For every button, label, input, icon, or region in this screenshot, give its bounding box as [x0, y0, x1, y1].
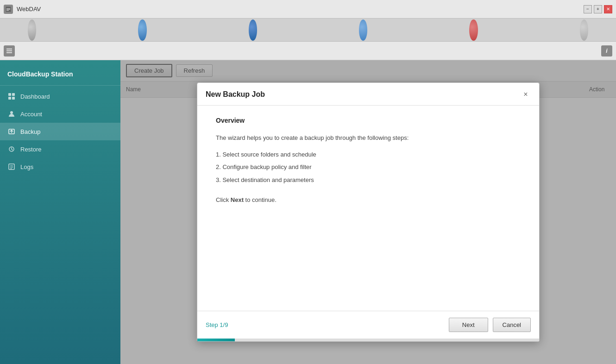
cancel-button[interactable]: Cancel [493, 318, 531, 332]
sidebar-item-dashboard[interactable]: Dashboard [0, 88, 120, 105]
top-icon-3[interactable] [249, 19, 257, 41]
modal-step-2: 2. Configure backup policy and filter [216, 163, 521, 172]
progress-bar-fill [197, 339, 235, 341]
svg-rect-3 [6, 10, 9, 11]
info-icon[interactable]: i [601, 45, 612, 56]
maximize-button[interactable]: + [594, 5, 602, 13]
title-bar: WebDAV − + ✕ [0, 0, 616, 19]
progress-bar-container [197, 339, 539, 341]
top-icon-4[interactable] [359, 19, 367, 41]
sidebar-item-logs[interactable]: Logs [0, 158, 120, 176]
svg-point-11 [10, 111, 13, 114]
content-area: Create Job Refresh Name Account Status D… [120, 60, 616, 364]
sidebar-item-account-label: Account [20, 111, 42, 118]
app-icon [4, 5, 13, 14]
top-icon-5[interactable] [469, 19, 478, 41]
next-bold: Next [231, 196, 244, 203]
modal-intro-text: The wizard helps you to create a backup … [216, 133, 521, 143]
modal-body: Overview The wizard helps you to create … [197, 106, 539, 311]
modal-dialog: New Backup Job × Overview The wizard hel… [197, 82, 540, 342]
info-bar: i [0, 42, 616, 60]
svg-rect-2 [6, 9, 10, 10]
top-icon-1[interactable] [28, 19, 36, 41]
logs-icon [7, 163, 16, 171]
modal-footer: Step 1/9 Next Cancel [197, 311, 539, 339]
svg-rect-10 [12, 97, 15, 100]
svg-rect-4 [6, 49, 12, 50]
sidebar-title: CloudBackup Station [0, 65, 120, 86]
minimize-button[interactable]: − [584, 5, 592, 13]
modal-step-1: 1. Select source folders and schedule [216, 150, 521, 159]
modal-steps-list: 1. Select source folders and schedule 2.… [216, 150, 521, 185]
modal-click-note: Click Next to continue. [216, 195, 521, 205]
click-prefix: Click [216, 196, 231, 203]
window-controls: − + ✕ [584, 5, 612, 13]
sidebar-item-dashboard-label: Dashboard [20, 93, 50, 100]
click-suffix: to continue. [244, 196, 277, 203]
modal-close-button[interactable]: × [521, 89, 531, 100]
sidebar-item-restore-label: Restore [20, 146, 42, 153]
dashboard-icon [7, 92, 16, 100]
top-icon-bar [0, 19, 616, 42]
svg-rect-7 [8, 93, 11, 96]
modal-step-3: 3. Select destination and parameters [216, 176, 521, 185]
restore-icon [7, 145, 16, 153]
svg-rect-6 [6, 52, 12, 53]
app-title: WebDAV [17, 6, 41, 13]
title-bar-left: WebDAV [4, 5, 41, 14]
main-layout: CloudBackup Station Dashboard Account [0, 60, 616, 364]
account-icon [7, 110, 16, 118]
modal-overlay: New Backup Job × Overview The wizard hel… [120, 60, 616, 364]
sidebar-item-restore[interactable]: Restore [0, 140, 120, 158]
top-icon-6[interactable] [580, 19, 588, 41]
next-button[interactable]: Next [449, 318, 488, 332]
svg-rect-1 [6, 8, 10, 9]
footer-buttons: Next Cancel [449, 318, 531, 332]
close-button[interactable]: ✕ [604, 5, 612, 13]
sidebar-item-account[interactable]: Account [0, 105, 120, 123]
step-indicator: Step 1/9 [206, 321, 228, 328]
sidebar-toggle-icon[interactable] [4, 45, 15, 56]
modal-section-title: Overview [216, 117, 521, 124]
modal-title: New Backup Job [206, 90, 265, 99]
svg-rect-5 [6, 50, 12, 51]
top-icon-2[interactable] [138, 19, 146, 41]
sidebar-item-backup-label: Backup [20, 128, 40, 135]
modal-header: New Backup Job × [197, 83, 539, 106]
sidebar-item-backup[interactable]: Backup [0, 123, 120, 140]
svg-rect-9 [8, 97, 11, 100]
svg-rect-8 [12, 93, 15, 96]
backup-icon [7, 127, 16, 136]
sidebar-item-logs-label: Logs [20, 163, 33, 170]
sidebar: CloudBackup Station Dashboard Account [0, 60, 120, 364]
